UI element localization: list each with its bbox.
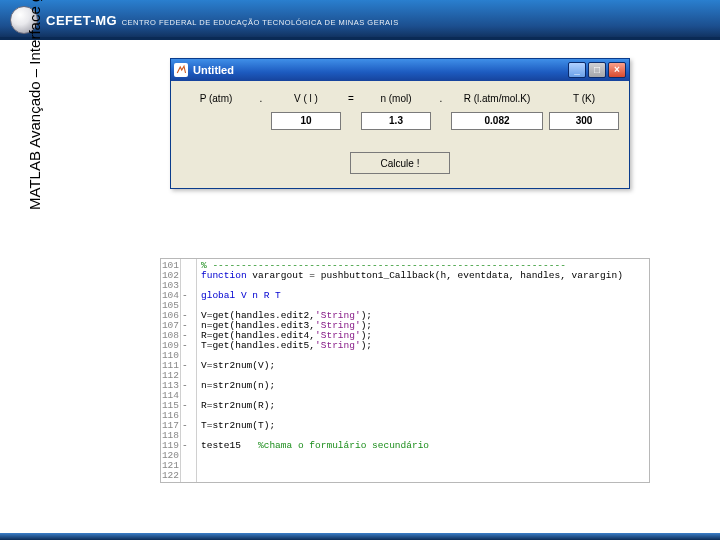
label-dot-1: . xyxy=(257,93,265,104)
code-editor[interactable]: 1011021031041051061071081091101111121131… xyxy=(160,258,650,483)
gui-window: Untitled _ □ × P (atm) . V ( l ) = n (mo… xyxy=(170,58,630,189)
close-button[interactable]: × xyxy=(608,62,626,78)
label-T: T (K) xyxy=(549,93,619,104)
inputs-row: 10 1.3 0.082 300 xyxy=(181,112,619,130)
fold-gutter: ---------- xyxy=(181,259,197,482)
edit-n[interactable]: 1.3 xyxy=(361,112,431,130)
slide-side-title: MATLAB Avançado – Interface gráfica xyxy=(26,0,43,210)
edit-R[interactable]: 0.082 xyxy=(451,112,543,130)
edit-T[interactable]: 300 xyxy=(549,112,619,130)
line-number-gutter: 1011021031041051061071081091101111121131… xyxy=(161,259,181,482)
brand-suffix: -MG xyxy=(90,13,117,28)
label-eq: = xyxy=(347,93,355,104)
institution-header: CEFET-MG CENTRO FEDERAL DE EDUCAÇÃO TECN… xyxy=(0,0,720,40)
matlab-icon xyxy=(174,63,188,77)
label-V: V ( l ) xyxy=(271,93,341,104)
calculate-button[interactable]: Calcule ! xyxy=(350,152,450,174)
label-n: n (mol) xyxy=(361,93,431,104)
edit-V[interactable]: 10 xyxy=(271,112,341,130)
code-area[interactable]: % --------------------------------------… xyxy=(197,259,649,482)
slide-content: Untitled _ □ × P (atm) . V ( l ) = n (mo… xyxy=(55,48,700,526)
labels-row: P (atm) . V ( l ) = n (mol) . R (l.atm/m… xyxy=(181,93,619,104)
brand-main: CEFET xyxy=(46,13,90,28)
minimize-button[interactable]: _ xyxy=(568,62,586,78)
label-R: R (l.atm/mol.K) xyxy=(451,93,543,104)
window-title: Untitled xyxy=(193,64,234,76)
label-dot-2: . xyxy=(437,93,445,104)
institution-brand: CEFET-MG CENTRO FEDERAL DE EDUCAÇÃO TECN… xyxy=(46,11,399,29)
window-body: P (atm) . V ( l ) = n (mol) . R (l.atm/m… xyxy=(171,81,629,188)
maximize-button[interactable]: □ xyxy=(588,62,606,78)
window-titlebar[interactable]: Untitled _ □ × xyxy=(171,59,629,81)
label-P: P (atm) xyxy=(181,93,251,104)
brand-subtitle: CENTRO FEDERAL DE EDUCAÇÃO TECNOLÓGICA D… xyxy=(122,18,399,27)
footer-bar xyxy=(0,533,720,540)
edit-P-placeholder xyxy=(181,112,251,130)
